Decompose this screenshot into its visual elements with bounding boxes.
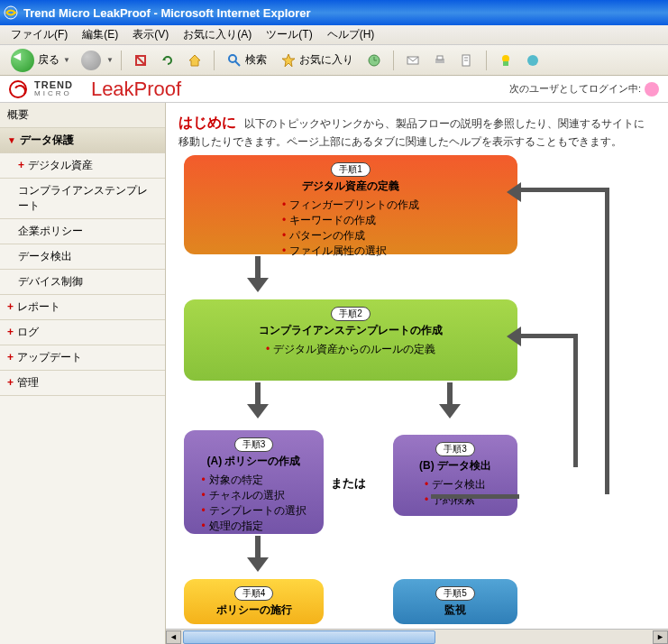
content-area: はじめに 以下のトピックやリンクから、製品フローの説明を参照したり、関連するサイ… (166, 103, 668, 644)
skype-button[interactable] (522, 50, 544, 71)
arrow-down-icon (247, 536, 269, 572)
svg-marker-4 (189, 55, 200, 66)
step-label: 手順4 (234, 586, 274, 601)
step1-item: フィンガープリントの作成 (282, 198, 419, 213)
step-title: コンプライアンステンプレートの作成 (195, 323, 507, 338)
print-button[interactable] (429, 50, 451, 71)
edit-button[interactable] (456, 50, 478, 71)
skype-icon (526, 53, 540, 68)
step-title: (A) ポリシーの作成 (195, 454, 313, 469)
sidebar-data-discovery[interactable]: データ検出 (0, 244, 165, 270)
search-icon (227, 53, 242, 68)
sidebar-report[interactable]: +レポート (0, 295, 165, 320)
horizontal-scrollbar[interactable]: ◄ ► (166, 629, 668, 644)
history-icon (367, 53, 381, 68)
menu-view[interactable]: 表示(V) (125, 25, 176, 44)
brand: TREND MICRO LeakProof (9, 78, 181, 101)
home-icon (188, 53, 202, 68)
dropdown-icon[interactable]: ▼ (106, 56, 114, 64)
trendmicro-logo-icon (9, 80, 27, 98)
flow-step5[interactable]: 手順5 監視 (393, 579, 517, 624)
flow-step1[interactable]: 手順1 デジタル資産の定義 フィンガープリントの作成 キーワードの作成 パターン… (184, 155, 517, 254)
print-icon (433, 53, 447, 68)
back-label: 戻る (38, 52, 59, 68)
scroll-right-button[interactable]: ► (653, 630, 668, 644)
forward-button[interactable] (80, 50, 102, 71)
refresh-button[interactable] (157, 50, 178, 71)
login-info: 次のユーザとしてログイン中: (509, 82, 659, 97)
step1-item: パターンの作成 (282, 228, 419, 244)
sidebar-digital-asset[interactable]: +デジタル資産 (0, 153, 165, 179)
user-icon (645, 82, 659, 97)
svg-point-17 (502, 55, 509, 62)
scroll-left-button[interactable]: ◄ (166, 630, 181, 644)
toolbar: ◄ 戻る ▼ ▼ 検索 お気に入り (0, 45, 668, 76)
svg-rect-18 (503, 61, 508, 66)
menu-edit[interactable]: 編集(E) (75, 25, 125, 44)
svg-line-6 (235, 61, 240, 66)
search-button[interactable]: 検索 (222, 49, 272, 72)
intro-block: はじめに 以下のトピックやリンクから、製品フローの説明を参照したり、関連するサイ… (166, 103, 668, 155)
menu-tools[interactable]: ツール(T) (259, 25, 319, 44)
flow-or-label: または (331, 475, 366, 492)
sidebar-log[interactable]: +ログ (0, 320, 165, 345)
menu-file[interactable]: ファイル(F) (4, 25, 75, 44)
history-button[interactable] (363, 50, 385, 71)
intro-heading: はじめに (178, 115, 236, 130)
step-title: デジタル資産の定義 (195, 179, 507, 194)
sidebar-update[interactable]: +アップデート (0, 345, 165, 371)
sidebar-data-protection[interactable]: ▼データ保護 (0, 128, 165, 153)
window-titlebar: Trend Micro LeakProof - Microsoft Intern… (0, 0, 668, 25)
login-label: 次のユーザとしてログイン中: (509, 82, 641, 96)
step2-item: デジタル資産からのルールの定義 (266, 342, 435, 357)
app-header: TREND MICRO LeakProof 次のユーザとしてログイン中: (0, 76, 668, 103)
refresh-icon (160, 53, 175, 68)
stop-button[interactable] (130, 50, 151, 71)
step-title: 監視 (404, 603, 507, 618)
home-button[interactable] (184, 50, 206, 71)
favorites-label: お気に入り (299, 52, 353, 68)
menu-help[interactable]: ヘルプ(H) (320, 25, 382, 44)
arrow-down-icon (247, 256, 269, 292)
messenger-button[interactable] (495, 50, 517, 71)
step1-item: ファイル属性の選択 (282, 244, 419, 259)
flow-step2[interactable]: 手順2 コンプライアンステンプレートの作成 デジタル資産からのルールの定義 (184, 299, 517, 381)
edit-icon (460, 53, 474, 68)
intro-text: 以下のトピックやリンクから、製品フローの説明を参照したり、関連するサイトに移動し… (178, 117, 645, 148)
step-label: 手順2 (331, 307, 371, 321)
search-label: 検索 (245, 52, 267, 68)
sidebar-policy[interactable]: 企業ポリシー (0, 219, 165, 244)
sidebar-device-control[interactable]: デバイス制御 (0, 270, 165, 295)
mail-button[interactable] (402, 50, 424, 71)
svg-point-19 (527, 55, 538, 66)
brand-micro: MICRO (34, 90, 73, 97)
step1-item: キーワードの作成 (282, 213, 419, 228)
svg-line-2 (137, 57, 144, 64)
star-icon (281, 53, 296, 68)
menubar: ファイル(F) 編集(E) 表示(V) お気に入り(A) ツール(T) ヘルプ(… (0, 25, 668, 45)
flow-step4[interactable]: 手順4 ポリシーの施行 (184, 579, 324, 624)
step3a-item: 処理の指定 (201, 519, 306, 534)
back-arrow-icon: ◄ (11, 49, 34, 72)
svg-point-5 (229, 55, 236, 62)
scroll-thumb[interactable] (183, 630, 435, 644)
sidebar: 概要 ▼データ保護 +デジタル資産 コンプライアンステンプレート 企業ポリシー … (0, 103, 166, 644)
flow-step3a[interactable]: 手順3 (A) ポリシーの作成 対象の特定 チャネルの選択 テンプレートの選択 … (184, 430, 324, 534)
step-label: 手順3 (234, 437, 274, 452)
menu-favorites[interactable]: お気に入り(A) (176, 25, 259, 44)
arrow-down-icon (439, 382, 461, 419)
favorites-button[interactable]: お気に入り (276, 49, 359, 72)
sidebar-overview[interactable]: 概要 (0, 103, 165, 128)
step-label: 手順1 (331, 162, 371, 177)
step-title: ポリシーの施行 (195, 603, 313, 618)
back-button[interactable]: ◄ 戻る ▼ (5, 49, 76, 72)
sidebar-admin[interactable]: +管理 (0, 371, 165, 396)
step3a-item: チャネルの選択 (201, 488, 306, 503)
svg-marker-7 (282, 54, 295, 67)
step-label: 手順5 (435, 586, 475, 601)
flow-step3b[interactable]: 手順3 (B) データ検出 データ検出 予約検索 (393, 435, 517, 516)
svg-rect-13 (437, 56, 443, 60)
brand-product: LeakProof (91, 78, 181, 101)
sidebar-compliance-template[interactable]: コンプライアンステンプレート (0, 179, 165, 219)
step3a-item: テンプレートの選択 (201, 503, 306, 519)
